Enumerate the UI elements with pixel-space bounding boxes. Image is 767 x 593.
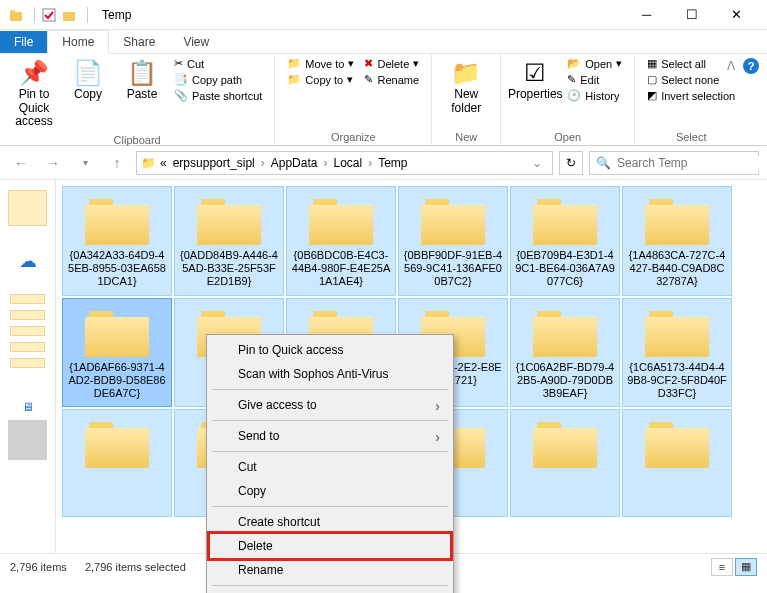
- ctx-cut[interactable]: Cut: [210, 455, 450, 479]
- ctx-copy[interactable]: Copy: [210, 479, 450, 503]
- pin-to-quick-access-button[interactable]: 📌Pin to Quick access: [8, 56, 60, 132]
- delete-icon: ✖: [364, 57, 373, 70]
- properties-button[interactable]: ☑Properties: [509, 56, 561, 106]
- group-new-label: New: [440, 129, 492, 145]
- folder-icon: [533, 305, 597, 357]
- properties-icon: ☑: [524, 60, 546, 86]
- invert-selection-button[interactable]: ◩Invert selection: [643, 88, 739, 103]
- ctx-give-access[interactable]: Give access to: [210, 393, 450, 417]
- open-button[interactable]: 📂Open ▾: [563, 56, 626, 71]
- ctx-properties[interactable]: Properties: [210, 589, 450, 593]
- breadcrumb[interactable]: 📁 « erpsupport_sipl› AppData› Local› Tem…: [136, 151, 553, 175]
- folder-item[interactable]: {0B6BDC0B-E4C3-44B4-980F-E4E25A1A1AE4}: [286, 186, 396, 296]
- group-select-label: Select: [643, 129, 739, 145]
- folder-item[interactable]: {0A342A33-64D9-45EB-8955-03EA6581DCA1}: [62, 186, 172, 296]
- folder-item[interactable]: {1AD6AF66-9371-4AD2-BDB9-D58E86DE6A7C}: [62, 298, 172, 408]
- svg-rect-2: [43, 9, 55, 21]
- ribbon-collapse-icon[interactable]: ᐱ: [727, 59, 735, 73]
- folder-item[interactable]: {0BBF90DF-91EB-4569-9C41-136AFE00B7C2}: [398, 186, 508, 296]
- refresh-button[interactable]: ↻: [559, 151, 583, 175]
- help-icon[interactable]: ?: [743, 58, 759, 74]
- cut-button[interactable]: ✂Cut: [170, 56, 266, 71]
- svg-rect-0: [10, 12, 22, 21]
- folder-item[interactable]: [510, 409, 620, 517]
- navigation-pane[interactable]: ☁ 🖥: [0, 180, 56, 553]
- forward-button[interactable]: →: [40, 150, 66, 176]
- paste-shortcut-button[interactable]: 📎Paste shortcut: [170, 88, 266, 103]
- tab-share[interactable]: Share: [109, 31, 169, 53]
- folder-item[interactable]: {1C6A5173-44D4-49B8-9CF2-5F8D40FD33FC}: [622, 298, 732, 408]
- tab-file[interactable]: File: [0, 31, 47, 53]
- title-bar: Temp ─ ☐ ✕: [0, 0, 767, 30]
- copy-to-button[interactable]: 📁Copy to ▾: [283, 72, 358, 87]
- folder-label: {1C06A2BF-BD79-42B5-A90D-79D0DB3B9EAF}: [515, 361, 615, 401]
- folder-label: {0A342A33-64D9-45EB-8955-03EA6581DCA1}: [67, 249, 167, 289]
- search-icon: 🔍: [596, 156, 611, 170]
- ctx-create-shortcut[interactable]: Create shortcut: [210, 510, 450, 534]
- address-bar: ← → ▾ ↑ 📁 « erpsupport_sipl› AppData› Lo…: [0, 146, 767, 180]
- tab-home[interactable]: Home: [47, 30, 109, 54]
- checkbox-icon[interactable]: [41, 7, 57, 23]
- scissors-icon: ✂: [174, 57, 183, 70]
- edit-button[interactable]: ✎Edit: [563, 72, 626, 87]
- search-box[interactable]: 🔍: [589, 151, 759, 175]
- folder-item[interactable]: [62, 409, 172, 517]
- copy-path-button[interactable]: 📑Copy path: [170, 72, 266, 87]
- ctx-rename[interactable]: Rename: [210, 558, 450, 582]
- paste-button[interactable]: 📋Paste: [116, 56, 168, 106]
- folder-item[interactable]: {0ADD84B9-A446-45AD-B33E-25F53FE2D1B9}: [174, 186, 284, 296]
- ctx-scan[interactable]: Scan with Sophos Anti-Virus: [210, 362, 450, 386]
- folder-icon: [85, 416, 149, 468]
- path-dropdown-icon[interactable]: ⌄: [526, 156, 548, 170]
- select-all-button[interactable]: ▦Select all: [643, 56, 739, 71]
- folder-item[interactable]: {0EB709B4-E3D1-49C1-BE64-036A7A9077C6}: [510, 186, 620, 296]
- breadcrumb-item[interactable]: erpsupport_sipl: [171, 156, 257, 170]
- move-to-button[interactable]: 📁Move to ▾: [283, 56, 358, 71]
- folder-icon: [8, 7, 24, 23]
- tab-view[interactable]: View: [169, 31, 223, 53]
- history-button[interactable]: 🕑History: [563, 88, 626, 103]
- breadcrumb-item[interactable]: Temp: [376, 156, 409, 170]
- ctx-pin[interactable]: Pin to Quick access: [210, 338, 450, 362]
- icons-view-button[interactable]: ▦: [735, 558, 757, 576]
- folder-item[interactable]: {1C06A2BF-BD79-42B5-A90D-79D0DB3B9EAF}: [510, 298, 620, 408]
- folder-label: {0EB709B4-E3D1-49C1-BE64-036A7A9077C6}: [515, 249, 615, 289]
- selectnone-icon: ▢: [647, 73, 657, 86]
- folder-label: {0ADD84B9-A446-45AD-B33E-25F53FE2D1B9}: [179, 249, 279, 289]
- folder-icon: [85, 193, 149, 245]
- newfolder-icon: 📁: [451, 60, 481, 86]
- delete-button[interactable]: ✖Delete ▾: [360, 56, 423, 71]
- breadcrumb-item[interactable]: Local: [331, 156, 364, 170]
- up-button[interactable]: ↑: [104, 150, 130, 176]
- folder-icon: [645, 305, 709, 357]
- details-view-button[interactable]: ≡: [711, 558, 733, 576]
- recent-button[interactable]: ▾: [72, 150, 98, 176]
- back-button[interactable]: ←: [8, 150, 34, 176]
- folder-label: {1C6A5173-44D4-49B8-9CF2-5F8D40FD33FC}: [627, 361, 727, 401]
- folder-icon: [533, 193, 597, 245]
- select-none-button[interactable]: ▢Select none: [643, 72, 739, 87]
- folder-item[interactable]: {1A4863CA-727C-4427-B440-C9AD8C32787A}: [622, 186, 732, 296]
- search-input[interactable]: [617, 156, 767, 170]
- new-folder-button[interactable]: 📁New folder: [440, 56, 492, 119]
- minimize-button[interactable]: ─: [624, 1, 669, 29]
- selected-count: 2,796 items selected: [85, 561, 186, 573]
- ctx-send-to[interactable]: Send to: [210, 424, 450, 448]
- folder-label: {0B6BDC0B-E4C3-44B4-980F-E4E25A1A1AE4}: [291, 249, 391, 289]
- folder-item[interactable]: [622, 409, 732, 517]
- maximize-button[interactable]: ☐: [669, 1, 714, 29]
- svg-rect-1: [10, 10, 15, 13]
- ctx-delete[interactable]: Delete: [210, 534, 450, 558]
- paste-icon: 📋: [127, 60, 157, 86]
- history-icon: 🕑: [567, 89, 581, 102]
- rename-button[interactable]: ✎Rename: [360, 72, 423, 87]
- folder-icon: [85, 305, 149, 357]
- folder-icon: [421, 193, 485, 245]
- breadcrumb-overflow[interactable]: «: [158, 156, 169, 170]
- selectall-icon: ▦: [647, 57, 657, 70]
- copy-button[interactable]: 📄Copy: [62, 56, 114, 106]
- folder-icon: [197, 193, 261, 245]
- close-button[interactable]: ✕: [714, 1, 759, 29]
- breadcrumb-item[interactable]: AppData: [269, 156, 320, 170]
- group-open-label: Open: [509, 129, 626, 145]
